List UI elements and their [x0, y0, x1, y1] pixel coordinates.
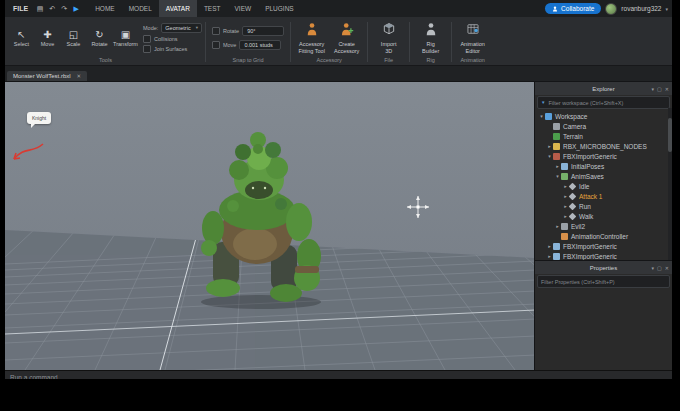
tree-item-idle[interactable]: ▸Idle [535, 181, 672, 191]
explorer-scrollbar[interactable] [668, 108, 672, 260]
menu-tab-view[interactable]: VIEW [228, 0, 259, 17]
tree-item-initialposes[interactable]: ▸InitialPoses [535, 161, 672, 171]
tree-item-run[interactable]: ▸Run [535, 201, 672, 211]
tree-item-camera[interactable]: Camera [535, 121, 672, 131]
mode-dropdown[interactable]: Geometric ▾ [161, 23, 202, 33]
rotate-snap-field[interactable]: 90° [242, 26, 284, 36]
camera-icon [553, 123, 560, 130]
play-icon[interactable]: ▶ [71, 5, 81, 13]
ribbon-group-tools: ↖Select✚Move◱Scale↻Rotate▣Transform Mode… [9, 19, 202, 65]
expand-arrow-icon[interactable]: ▸ [546, 243, 553, 249]
panel-float-icon[interactable]: ▢ [657, 86, 662, 92]
panel-menu-icon[interactable]: ▾ [652, 86, 655, 92]
expand-arrow-icon[interactable]: ▾ [538, 113, 545, 119]
save-icon[interactable]: ▤ [35, 5, 45, 13]
anim-icon [569, 182, 577, 190]
collaborate-button[interactable]: Collaborate [545, 3, 601, 14]
undo-icon[interactable]: ↶ [47, 5, 57, 13]
collaborate-person-icon [552, 6, 558, 12]
tree-item-workspace[interactable]: ▾Workspace [535, 111, 672, 121]
menu-tab-avatar[interactable]: AVATAR [159, 0, 197, 17]
rotate-snap-checkbox[interactable]: Rotate [212, 27, 239, 35]
button-label: Builder [422, 48, 439, 54]
menu-tab-plugins[interactable]: PLUGINS [258, 0, 301, 17]
tree-item-terrain[interactable]: Terrain [535, 131, 672, 141]
accessory-group-label: Accessory [294, 56, 364, 65]
ribbon-toolbar: ↖Select✚Move◱Scale↻Rotate▣Transform Mode… [5, 17, 672, 66]
menu-tab-model[interactable]: MODEL [122, 0, 159, 17]
command-bar-input[interactable]: Run a command [5, 370, 672, 379]
viewport-3d[interactable]: Knight [5, 82, 534, 370]
expand-arrow-icon[interactable]: ▸ [554, 223, 561, 229]
expand-arrow-icon[interactable]: ▸ [546, 143, 553, 149]
tree-item-attack-1[interactable]: ▸Attack 1 [535, 191, 672, 201]
pose-icon [561, 163, 568, 170]
tree-item-animsaves[interactable]: ▾AnimSaves [535, 171, 672, 181]
ribbon-group-file: Import3DFile [371, 19, 406, 65]
move-snap-checkbox[interactable]: Move [212, 41, 236, 49]
button-label: Rig [427, 41, 435, 47]
filter-icon: ▼ [541, 100, 545, 105]
chevron-down-icon[interactable]: ▾ [665, 6, 668, 12]
document-tab[interactable]: Monster WolfTest.rbxl ✕ [7, 71, 87, 81]
menu-tab-home[interactable]: HOME [88, 0, 122, 17]
tree-item-fbximportgeneric[interactable]: ▸FBXImportGeneric [535, 241, 672, 251]
model-icon [553, 153, 560, 160]
ribbon-separator [451, 22, 452, 62]
quick-access-toolbar: ▤↶↷▶ [35, 5, 81, 13]
expand-arrow-icon[interactable]: ▾ [546, 153, 553, 159]
tool-label: Move [41, 41, 54, 47]
expand-arrow-icon[interactable]: ▸ [546, 253, 553, 259]
tree-item-fbximportgeneric[interactable]: ▾FBXImportGeneric [535, 151, 672, 161]
move-gizmo[interactable] [405, 194, 431, 220]
anim-icon [569, 202, 577, 210]
tool-rotate[interactable]: ↻Rotate [87, 29, 112, 47]
create-accessory-button[interactable]: CreateAccessory [329, 19, 364, 54]
collisions-checkbox[interactable]: Collisions [143, 35, 202, 43]
monster-character-model[interactable] [173, 120, 353, 315]
rig-builder-button[interactable]: RigBuilder [413, 19, 448, 54]
menu-tab-test[interactable]: TEST [197, 0, 228, 17]
properties-filter-input[interactable]: Filter Properties (Ctrl+Shift+P) [537, 275, 670, 288]
join-surfaces-checkbox[interactable]: Join Surfaces [143, 45, 202, 53]
username[interactable]: rovanburg322 [621, 5, 661, 12]
checkbox-box [212, 41, 220, 49]
ribbon-group-animation: AnimationEditorAnimation [455, 19, 490, 65]
panel-menu-icon[interactable]: ▾ [652, 265, 655, 271]
animation-editor-button[interactable]: AnimationEditor [455, 19, 490, 54]
tree-item-label: FBXImportGeneric [563, 153, 617, 160]
tool-select[interactable]: ↖Select [9, 29, 34, 47]
tree-item-label: Workspace [555, 113, 587, 120]
tool-move[interactable]: ✚Move [35, 29, 60, 47]
file-menu-button[interactable]: FILE [9, 4, 32, 13]
import-3d-button[interactable]: Import3D [371, 19, 406, 54]
tree-item-rbx-microbone-nodes[interactable]: ▸RBX_MICROBONE_NODES [535, 141, 672, 151]
tree-item-evil2[interactable]: ▸Evil2 [535, 221, 672, 231]
mode-column: Mode: Geometric ▾ Collisions Join Surfac… [143, 23, 202, 53]
tool-scale[interactable]: ◱Scale [61, 29, 86, 47]
user-avatar[interactable] [605, 3, 617, 15]
redo-icon[interactable]: ↷ [59, 5, 69, 13]
tool-transform[interactable]: ▣Transform [113, 29, 138, 47]
expand-arrow-icon[interactable]: ▾ [554, 173, 561, 179]
tree-item-animationcontroller[interactable]: AnimationController [535, 231, 672, 241]
anim-editor-icon [466, 22, 480, 40]
animation-group-label: Animation [455, 56, 490, 65]
tree-item-walk[interactable]: ▸Walk [535, 211, 672, 221]
ribbon-group-snap-to-grid: Rotate 90° Move 0.001 studs Snap to Grid [209, 19, 287, 65]
panel-float-icon[interactable]: ▢ [657, 265, 662, 271]
ribbon-separator [409, 22, 410, 62]
tree-item-fbximportgeneric[interactable]: ▸FBXImportGeneric [535, 251, 672, 260]
tool-label: Select [14, 41, 29, 47]
tree-item-label: AnimationController [571, 233, 628, 240]
close-tab-icon[interactable]: ✕ [77, 73, 82, 79]
tools-group-label: Tools [9, 56, 202, 65]
panel-close-icon[interactable]: ✕ [665, 265, 669, 271]
tree-item-label: Terrain [563, 133, 583, 140]
explorer-filter-input[interactable]: ▼ Filter workspace (Ctrl+Shift+X) [537, 96, 670, 109]
panel-close-icon[interactable]: ✕ [665, 86, 669, 92]
button-label: Create [338, 41, 355, 47]
expand-arrow-icon[interactable]: ▸ [554, 163, 561, 169]
accessory-fitting-tool-button[interactable]: AccessoryFitting Tool [294, 19, 329, 54]
move-snap-field[interactable]: 0.001 studs [239, 40, 281, 50]
